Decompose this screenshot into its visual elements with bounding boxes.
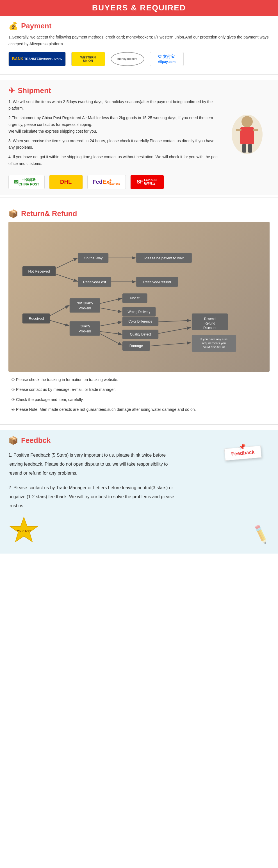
- fedex-logo: FedEx ®Express: [87, 175, 126, 189]
- shipment-icon: ✈: [8, 86, 15, 95]
- delivery-person-illustration: [230, 112, 264, 157]
- svg-line-41: [100, 332, 123, 334]
- svg-text:could also tell us: could also tell us: [203, 345, 225, 349]
- svg-text:Not Quality: Not Quality: [77, 301, 93, 305]
- shipment-para1: 1. We will sent the items within 2-5days…: [8, 99, 219, 112]
- svg-rect-25: [70, 298, 100, 312]
- svg-text:Problem: Problem: [79, 329, 91, 333]
- svg-text:Received/Refund: Received/Refund: [143, 280, 171, 284]
- courier-logos: ✉ 中国邮政CHINA POST DHL FedEx ®Express SF E…: [8, 175, 270, 189]
- svg-line-44: [100, 334, 123, 346]
- svg-text:Received/Lost: Received/Lost: [83, 280, 106, 284]
- payment-icon: 💰: [8, 21, 18, 31]
- svg-text:requirements you: requirements you: [202, 341, 226, 345]
- svg-text:Your Text: Your Text: [17, 529, 31, 533]
- payment-logos: BANK TRANSFERINTERNATIONAL WESTERNUNION …: [8, 52, 270, 66]
- page-header: BUYERS & REQUIRED: [0, 0, 278, 16]
- svg-line-24: [50, 305, 70, 316]
- svg-line-51: [159, 320, 191, 322]
- return-notes: ① Please check the tracking in formation…: [8, 376, 270, 413]
- svg-text:Quality Defect: Quality Defect: [130, 332, 151, 336]
- svg-text:On the Way: On the Way: [84, 256, 103, 260]
- svg-line-31: [100, 308, 123, 312]
- svg-text:Resend: Resend: [204, 317, 216, 321]
- svg-rect-3: [236, 129, 242, 131]
- shipment-para4: 4. If you have not got it within the shi…: [8, 154, 219, 167]
- svg-line-52: [159, 328, 191, 334]
- return-refund-section: 📦 Return& Refund Not Received On the Way: [0, 204, 278, 422]
- return-title: 📦 Return& Refund: [8, 209, 270, 218]
- svg-line-34: [50, 320, 70, 326]
- star-badge-svg: Your Text: [8, 516, 39, 547]
- svg-text:Please be patient to wait: Please be patient to wait: [144, 256, 184, 260]
- feedback-card: Feedback: [224, 445, 262, 461]
- china-post-logo: ✉ 中国邮政CHINA POST: [8, 175, 45, 189]
- svg-rect-4: [253, 129, 258, 131]
- shipment-title: ✈ Shipment: [8, 86, 270, 95]
- feedback-section: 📦 Feedbck Feedback 1. Positive Feedback …: [0, 430, 278, 554]
- feedback-para1: 1. Positive Feedback (5 Stars) is very i…: [8, 451, 177, 478]
- return-icon: 📦: [8, 209, 18, 218]
- feedback-title: 📦 Feedbck: [8, 436, 270, 445]
- svg-line-57: [150, 343, 191, 346]
- pencil-decoration: ✏️: [250, 524, 272, 545]
- shipment-para2: 2.The shipment by China Post Registered …: [8, 115, 219, 134]
- shipment-para3: 3. When you receive the items you ordere…: [8, 138, 219, 151]
- feedback-para2: 2. Please contact us by Trade Manager or…: [8, 483, 177, 510]
- svg-text:Received: Received: [29, 316, 44, 321]
- svg-rect-35: [70, 321, 100, 336]
- page-title: BUYERS & REQUIRED: [0, 3, 278, 12]
- payment-title: 💰 Payment: [8, 21, 270, 31]
- sf-express-logo: SF EXPRESS顺丰速运: [130, 175, 164, 189]
- svg-text:Refund: Refund: [204, 321, 215, 326]
- gold-badge: Your Text: [8, 516, 39, 547]
- svg-text:Discount: Discount: [203, 326, 216, 330]
- svg-rect-6: [248, 144, 252, 153]
- svg-text:Damage: Damage: [130, 344, 143, 348]
- return-note-4: ④ Please Note: Men made defects are not …: [11, 406, 267, 413]
- svg-text:Quality: Quality: [80, 324, 90, 328]
- return-note-2: ② Please contact us by meesage, e-mail, …: [11, 386, 267, 393]
- svg-text:Problem: Problem: [79, 306, 91, 310]
- svg-text:Color Difference: Color Difference: [128, 319, 152, 323]
- bank-transfer-logo: BANK TRANSFERINTERNATIONAL: [8, 52, 66, 66]
- return-note-3: ③ Check the package and Item, carefully.: [11, 396, 267, 403]
- svg-line-28: [100, 298, 123, 304]
- feedback-icon: 📦: [8, 436, 18, 445]
- payment-section: 💰 Payment 1.Generally, we accept the fol…: [0, 16, 278, 72]
- dhl-logo: DHL: [49, 175, 83, 189]
- svg-line-16: [56, 274, 78, 282]
- shipment-section: ✈ Shipment 1. We will sent the items wit…: [0, 81, 278, 195]
- flowchart-svg: Not Received On the Way Please be patien…: [14, 227, 264, 366]
- svg-text:Wrong Delivery: Wrong Delivery: [128, 310, 150, 314]
- western-union-logo: WESTERNUNION: [71, 52, 105, 66]
- svg-line-10: [56, 258, 78, 269]
- alipay-logo: 🛡 支付宝Alipay.com: [150, 52, 184, 66]
- svg-rect-2: [240, 127, 254, 144]
- svg-text:If you have any else: If you have any else: [201, 338, 228, 341]
- svg-text:Not Received: Not Received: [28, 269, 50, 273]
- payment-text: 1.Generally, we accept the following pay…: [8, 34, 270, 48]
- moneybookers-logo: moneybookers: [111, 52, 144, 66]
- return-note-1: ① Please check the tracking in formation…: [11, 376, 267, 383]
- svg-point-1: [242, 116, 253, 127]
- svg-rect-5: [242, 144, 246, 153]
- svg-text:Not fit: Not fit: [130, 296, 140, 300]
- svg-line-38: [100, 322, 123, 326]
